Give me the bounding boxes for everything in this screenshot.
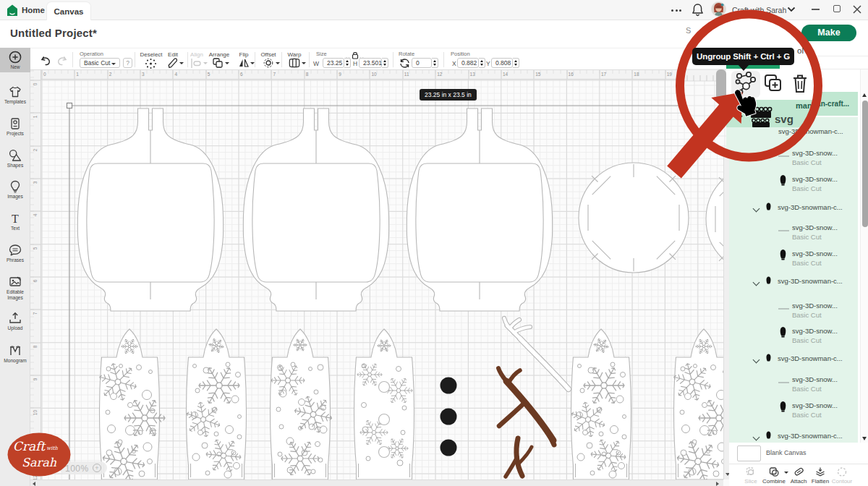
ungroup-tooltip: Ungroup Shift + Ctrl + G	[692, 48, 794, 65]
sidebar-item-editable-images[interactable]: EditableImages	[0, 276, 30, 300]
sidebar-item-text[interactable]: TText	[0, 212, 30, 231]
edit-caret[interactable]	[179, 62, 184, 64]
scroll-right-icon[interactable]	[716, 482, 719, 486]
warp-button[interactable]	[289, 58, 300, 68]
speech-bubble-icon	[9, 244, 22, 257]
sidebar-item-shapes[interactable]: Shapes	[0, 149, 30, 169]
sidebar-item-monogram[interactable]: Monogram	[0, 344, 30, 364]
canvas-tab[interactable]: Canvas	[46, 1, 91, 21]
panel-scroll-up-icon[interactable]	[862, 93, 867, 97]
layer-thumbnail	[766, 276, 771, 284]
layer-subgroup-row[interactable]: svg-3D-snowman-c...	[729, 353, 858, 373]
blank-canvas-row[interactable]: Blank Canvas	[729, 443, 868, 464]
layer-thumbnail	[766, 431, 771, 439]
layer-item-row[interactable]: svg-3D-snow...Basic Cut	[729, 174, 858, 199]
position-y-stepper[interactable]	[513, 58, 519, 68]
sidebar-item-projects[interactable]: Projects	[0, 117, 30, 137]
deselect-button[interactable]	[145, 58, 157, 69]
layer-item-row[interactable]: svg-3D-snow...Basic Cut	[729, 301, 858, 325]
chevron-down-icon[interactable]	[753, 434, 760, 441]
canvas-tab-label: Canvas	[54, 7, 84, 16]
svg-text:Craft: Craft	[13, 439, 47, 453]
operation-help-button[interactable]: ?	[123, 58, 132, 68]
window-close-button[interactable]	[852, 4, 862, 14]
position-x-input[interactable]: 0.882	[457, 58, 479, 68]
sidebar-item-templates[interactable]: Templates	[0, 85, 30, 105]
layer-thumbnail	[766, 202, 771, 210]
flip-button[interactable]	[239, 58, 249, 68]
arrange-button[interactable]	[213, 58, 223, 68]
edit-button[interactable]	[168, 58, 177, 69]
warp-caret[interactable]	[302, 62, 306, 64]
blank-canvas-thumbnail	[737, 446, 761, 461]
panel-scrollbar[interactable]	[860, 69, 868, 443]
toolbar-separator	[135, 52, 135, 67]
sidebar-item-label: EditableImages	[0, 289, 30, 300]
size-h-input[interactable]: 23.501	[359, 58, 382, 68]
rotate-stepper[interactable]	[432, 58, 438, 68]
operation-select[interactable]: Basic Cut	[80, 58, 120, 68]
sidebar-item-label: Images	[0, 194, 30, 200]
sidebar-item-phrases[interactable]: Phrases	[0, 244, 30, 263]
monogram-m-icon	[9, 344, 22, 357]
sidebar-item-label: Shapes	[0, 163, 30, 169]
position-y-input[interactable]: 0.808	[491, 58, 513, 68]
home-tab[interactable]: Home	[1, 0, 50, 20]
offset-label: Offset	[258, 51, 279, 58]
toolbar: Operation Basic Cut ? Deselect Edit Alig…	[30, 48, 729, 70]
svg-text:man-cra: man-cra	[796, 101, 827, 110]
canvas-area[interactable]: 01234567891011121314151617181920 0123456…	[30, 70, 729, 486]
home-label: Home	[22, 6, 45, 14]
rotate-input[interactable]: 0	[412, 58, 432, 68]
warp-label: Warp	[284, 51, 305, 58]
size-h-stepper[interactable]	[382, 58, 388, 68]
craft-with-sarah-logo: Craft with Sarah	[7, 432, 71, 477]
sidebar-item-new[interactable]: New	[0, 48, 30, 72]
rotate-icon[interactable]	[400, 59, 409, 68]
position-label: Position	[451, 51, 470, 57]
window-maximize-button[interactable]	[833, 5, 841, 12]
layer-subgroup-row[interactable]: svg-3D-snowman-c...	[729, 202, 858, 222]
panel-scroll-down-icon[interactable]	[862, 437, 867, 440]
sidebar-item-label: Monogram	[0, 358, 30, 364]
canvas-horizontal-scrollbar[interactable]	[30, 479, 723, 486]
zoom-in-button[interactable]: +	[93, 464, 101, 472]
project-title: Untitled Project*	[10, 27, 97, 39]
position-y-label: Y	[486, 60, 490, 67]
redo-button[interactable]	[56, 56, 67, 66]
layer-item-row[interactable]: svg-3D-snow...Basic Cut	[729, 249, 858, 273]
chevron-down-icon[interactable]	[753, 279, 760, 286]
edit-label: Edit	[165, 51, 181, 58]
align-button[interactable]	[191, 59, 201, 68]
panel-scroll-thumb[interactable]	[862, 101, 868, 227]
line-thumbnail	[778, 382, 789, 383]
layer-thumbnail	[780, 326, 786, 338]
undo-button[interactable]	[41, 56, 51, 66]
line-thumbnail	[778, 230, 789, 231]
position-x-label: X	[452, 60, 456, 67]
shapes-icon	[9, 149, 22, 162]
sidebar-item-images[interactable]: Images	[0, 180, 30, 200]
layer-subgroup-row[interactable]: svg-3D-snowman-c...	[729, 276, 858, 296]
layer-item-row[interactable]: svg-3D-snow...Basic Cut	[729, 375, 858, 399]
attach-icon	[793, 466, 804, 477]
sidebar-item-upload[interactable]: Upload	[0, 312, 30, 331]
chevron-down-icon[interactable]	[753, 205, 760, 213]
layer-item-row[interactable]: svg-3D-snow...Basic Cut	[729, 401, 858, 425]
scroll-left-icon[interactable]	[33, 482, 35, 486]
size-w-input[interactable]: 23.25	[323, 58, 344, 68]
layer-thumbnail	[766, 354, 771, 362]
position-x-stepper[interactable]	[479, 58, 485, 68]
offset-button[interactable]	[263, 58, 273, 68]
panel-actions-bar: SliceCombineAttachFlattenContour	[729, 464, 868, 486]
layer-item-row[interactable]: svg-3D-snow...Basic Cut	[729, 326, 858, 351]
canvas-shapes[interactable]	[30, 70, 723, 479]
size-w-stepper[interactable]	[344, 58, 351, 68]
toolbar-separator	[309, 52, 310, 67]
size-w-label: W	[313, 60, 319, 67]
chevron-down-icon[interactable]	[753, 357, 760, 364]
offset-caret[interactable]	[276, 62, 280, 64]
arrange-caret[interactable]	[225, 62, 229, 64]
layer-item-row[interactable]: svg-3D-snow...Basic Cut	[729, 223, 858, 247]
deselect-label: Deselect	[137, 51, 166, 58]
